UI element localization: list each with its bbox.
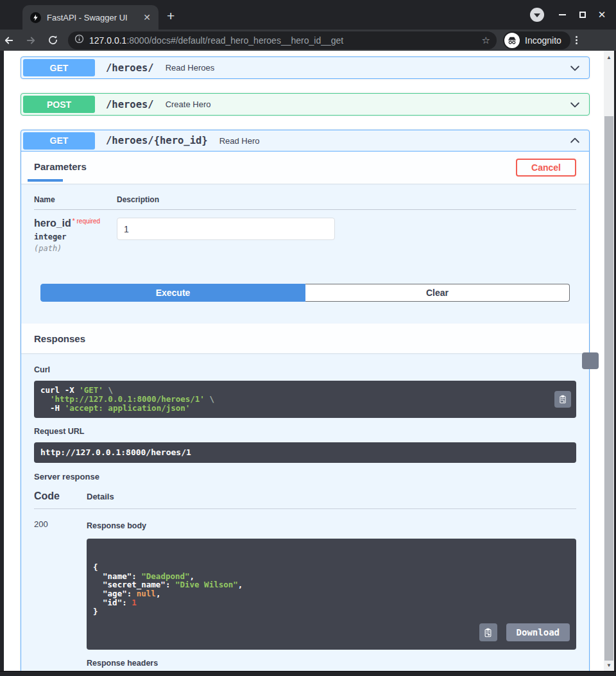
active-tab-underline (28, 179, 63, 182)
op-summary-text: Create Hero (166, 100, 567, 109)
scroll-down-icon[interactable]: ▼ (604, 663, 614, 668)
parameter-name: hero_id* required (34, 218, 117, 229)
parameters-section-header: Parameters Cancel (21, 152, 589, 184)
description-column-header: Description (117, 195, 159, 204)
tab-search-icon[interactable] (530, 8, 544, 22)
method-badge-post: POST (23, 96, 95, 113)
tab-title: FastAPI - Swagger UI (47, 13, 141, 22)
parameter-row-hero-id: hero_id* required integer (path) (34, 210, 576, 284)
scroll-up-icon[interactable]: ▲ (604, 55, 614, 60)
details-column-header: Details (87, 492, 114, 501)
parameter-value-cell (117, 218, 335, 253)
address-bar[interactable]: 127.0.0.1:8000/docs#/default/read_hero_h… (68, 31, 497, 49)
url-text: 127.0.0.1:8000/docs#/default/read_hero_h… (89, 35, 478, 46)
execute-button[interactable]: Execute (40, 284, 305, 302)
response-body-block: { "name": "Deadpond", "secret_name": "Di… (87, 539, 576, 650)
new-tab-icon[interactable]: + (167, 9, 175, 22)
op-path: /heroes/{hero_id} (106, 135, 208, 146)
opblock-post-heroes: POST /heroes/ Create Hero (21, 93, 590, 116)
code-column-header: Code (34, 490, 87, 502)
response-json: { "name": "Deadpond", "secret_name": "Di… (93, 563, 570, 616)
maximize-icon[interactable] (576, 9, 589, 21)
clear-button[interactable]: Clear (305, 284, 570, 302)
opblock-summary-create-hero[interactable]: POST /heroes/ Create Hero (21, 94, 589, 115)
browser-toolbar: 127.0.0.1:8000/docs#/default/read_hero_h… (0, 30, 616, 51)
server-response-label: Server response (34, 472, 576, 481)
scrollbar-thumb[interactable] (604, 116, 613, 661)
hero-id-input[interactable] (117, 218, 335, 240)
incognito-icon (504, 33, 520, 48)
opblock-get-heroes: GET /heroes/ Read Heroes (21, 56, 590, 79)
response-body-label: Response body (87, 521, 146, 530)
fastapi-favicon-icon (30, 12, 41, 23)
back-icon[interactable] (0, 32, 18, 49)
parameter-location: (path) (34, 244, 117, 253)
server-response-table: Code Details 200 Response body { "name":… (34, 490, 576, 671)
window-bottom-border (0, 671, 616, 676)
op-path: /heroes/ (106, 62, 154, 74)
browser-menu-icon[interactable] (576, 36, 578, 44)
op-summary-text: Read Heroes (166, 63, 567, 73)
name-column-header: Name (34, 195, 117, 204)
responses-body: Curl curl -X 'GET' \ 'http://127.0.0.1:8… (21, 353, 589, 671)
response-table-header: Code Details (34, 490, 576, 509)
response-details-cell: Response body { "name": "Deadpond", "sec… (87, 519, 576, 671)
parameters-body: Name Description hero_id* required integ… (21, 184, 589, 284)
reload-icon[interactable] (44, 32, 62, 49)
page-content: GET /heroes/ Read Heroes POST /heroes/ C… (4, 51, 604, 671)
page-scrollbar[interactable]: ▲ ▼ (604, 51, 614, 671)
response-row-200: 200 Response body { "name": "Deadpond", … (34, 509, 576, 671)
request-url-block: http://127.0.0.1:8000/heroes/1 (34, 442, 576, 463)
copy-response-icon[interactable] (479, 623, 497, 641)
opblock-summary-read-hero[interactable]: GET /heroes/{hero_id} Read Hero (21, 130, 589, 152)
opblock-get-hero-by-id: GET /heroes/{hero_id} Read Hero Paramete… (21, 130, 590, 671)
status-code: 200 (34, 519, 87, 671)
request-url-label: Request URL (34, 427, 576, 436)
op-path: /heroes/ (106, 99, 154, 110)
parameter-name-cell: hero_id* required integer (path) (34, 218, 117, 253)
chevron-up-icon[interactable] (567, 134, 581, 147)
minimize-icon[interactable] (556, 9, 569, 21)
cancel-button[interactable]: Cancel (516, 159, 576, 177)
curl-command-block: curl -X 'GET' \ 'http://127.0.0.1:8000/h… (34, 381, 576, 418)
tab-parameters[interactable]: Parameters (34, 161, 87, 175)
forward-icon[interactable] (22, 32, 40, 49)
method-badge-get: GET (23, 59, 95, 76)
site-info-icon[interactable] (74, 34, 84, 46)
responses-section-header: Responses (21, 324, 589, 353)
window-close-icon[interactable]: ✕ (595, 9, 608, 21)
op-summary-text: Read Hero (219, 136, 567, 146)
tab-close-icon[interactable]: ✕ (141, 12, 153, 22)
copy-curl-icon[interactable] (582, 352, 599, 369)
bookmark-star-icon[interactable]: ☆ (482, 35, 490, 46)
curl-label: Curl (34, 365, 50, 374)
browser-tab[interactable]: FastAPI - Swagger UI ✕ (22, 5, 158, 30)
method-badge-get: GET (23, 132, 95, 150)
chevron-down-icon[interactable] (567, 62, 581, 74)
incognito-label: Incognito (525, 35, 561, 46)
response-headers-label: Response headers (87, 659, 576, 668)
browser-titlebar: FastAPI - Swagger UI ✕ + ✕ (0, 0, 616, 30)
parameters-table-header: Name Description (34, 195, 576, 210)
incognito-badge: Incognito (503, 31, 570, 49)
parameter-type: integer (34, 232, 117, 241)
responses-title: Responses (34, 333, 85, 344)
execute-wrapper: Execute Clear (21, 284, 589, 302)
chevron-down-icon[interactable] (567, 98, 581, 111)
download-button[interactable]: Download (506, 623, 570, 641)
opblock-summary-read-heroes[interactable]: GET /heroes/ Read Heroes (21, 57, 589, 78)
response-body-actions: Download (479, 623, 570, 641)
copy-curl-icon[interactable] (554, 391, 571, 408)
